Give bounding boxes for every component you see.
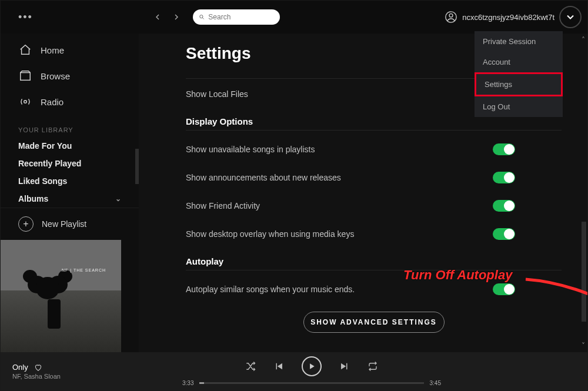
option-desktop-overlay: Show desktop overlay when using media ke… xyxy=(186,228,515,240)
show-advanced-settings-button[interactable]: SHOW ADVANCED SETTINGS xyxy=(303,312,445,333)
option-unavailable-songs: Show unavailable songs in playlists xyxy=(186,143,515,155)
toggle-friend-activity[interactable] xyxy=(493,200,515,212)
svg-line-1 xyxy=(202,18,203,19)
shuffle-button[interactable] xyxy=(245,361,256,372)
user-dropdown: Private Session Account Settings Log Out xyxy=(475,31,563,117)
time-total: 3:45 xyxy=(430,380,441,386)
radio-icon xyxy=(18,95,32,109)
previous-button[interactable] xyxy=(273,361,284,372)
library-recently-played[interactable]: Recently Played xyxy=(1,155,139,172)
chevron-down-icon: ⌄ xyxy=(115,195,121,203)
nav-forward-button[interactable] xyxy=(169,10,183,24)
dropdown-account[interactable]: Account xyxy=(475,52,563,72)
dropdown-private-session[interactable]: Private Session xyxy=(475,31,563,52)
plus-icon: + xyxy=(18,216,34,232)
sidebar-item-home[interactable]: Home xyxy=(18,39,139,61)
track-artist[interactable]: NF, Sasha Sloan xyxy=(12,373,130,380)
sidebar: Home Browse Radio YOUR LIBRARY Made For … xyxy=(1,34,139,352)
toggle-desktop-overlay[interactable] xyxy=(493,228,515,240)
annotation-label: Turn Off Autoplay xyxy=(403,268,512,283)
sidebar-item-browse[interactable]: Browse xyxy=(18,65,139,86)
sidebar-item-label: Radio xyxy=(41,97,64,107)
library-made-for-you[interactable]: Made For You xyxy=(1,137,139,155)
window-menu-icon[interactable]: ••• xyxy=(18,11,33,24)
username-label[interactable]: ncxc6tzgnsjyz94ivb82kwt7t xyxy=(462,13,554,22)
section-autoplay: Autoplay xyxy=(186,256,562,266)
dropdown-settings[interactable]: Settings xyxy=(475,72,563,96)
now-playing-album-art[interactable]: NF | THE SEARCH xyxy=(1,240,121,352)
search-box[interactable] xyxy=(193,9,280,25)
sidebar-item-label: Browse xyxy=(41,71,70,81)
next-button[interactable] xyxy=(339,361,350,372)
option-label: Autoplay similar songs when your music e… xyxy=(186,285,355,294)
browse-icon xyxy=(18,69,32,83)
sidebar-item-radio[interactable]: Radio xyxy=(18,91,139,112)
svg-point-5 xyxy=(24,101,27,103)
library-heading: YOUR LIBRARY xyxy=(1,118,139,137)
search-icon xyxy=(199,14,205,21)
option-announcements: Show announcements about new releases xyxy=(186,172,515,183)
home-icon xyxy=(18,43,32,57)
svg-rect-4 xyxy=(21,73,31,81)
progress-bar[interactable] xyxy=(199,382,423,384)
like-button[interactable] xyxy=(34,363,42,372)
option-friend-activity: Show Friend Activity xyxy=(186,200,515,212)
library-liked-songs[interactable]: Liked Songs xyxy=(1,172,139,190)
option-label: Show Friend Activity xyxy=(186,201,260,210)
user-avatar-icon[interactable] xyxy=(445,11,457,24)
play-button[interactable] xyxy=(302,356,322,376)
option-label: Show unavailable songs in playlists xyxy=(186,145,315,154)
top-bar: ••• ncxc6tzgnsjyz94ivb82kwt7t xyxy=(1,1,587,34)
user-menu-toggle[interactable] xyxy=(559,6,582,28)
toggle-announcements[interactable] xyxy=(493,172,515,183)
annotation-arrow-icon xyxy=(523,276,587,320)
now-playing-bar: Only NF, Sasha Sloan 3:33 3:45 xyxy=(1,352,587,390)
toggle-unavailable-songs[interactable] xyxy=(493,143,515,155)
sidebar-item-label: Home xyxy=(41,45,64,55)
toggle-autoplay[interactable] xyxy=(493,283,515,295)
app-window: ••• ncxc6tzgnsjyz94ivb82kwt7t Private Se… xyxy=(0,0,588,391)
library-albums[interactable]: Albums⌄ xyxy=(1,190,139,208)
option-label: Show desktop overlay when using media ke… xyxy=(186,229,354,239)
repeat-button[interactable] xyxy=(368,361,378,372)
track-title[interactable]: Only xyxy=(12,363,28,372)
dropdown-logout[interactable]: Log Out xyxy=(475,96,563,117)
time-elapsed: 3:33 xyxy=(182,380,193,386)
album-art-caption: NF | THE SEARCH xyxy=(62,268,106,272)
scroll-down-icon[interactable]: ˅ xyxy=(580,342,586,350)
svg-point-3 xyxy=(449,14,453,17)
scroll-up-icon[interactable]: ˄ xyxy=(580,36,586,44)
divider xyxy=(186,130,562,131)
chevron-down-icon xyxy=(564,11,576,23)
option-label: Show announcements about new releases xyxy=(186,173,341,182)
section-display-options: Display Options xyxy=(186,116,562,126)
new-playlist-label: New Playlist xyxy=(42,219,86,229)
option-autoplay: Autoplay similar songs when your music e… xyxy=(186,283,515,295)
new-playlist-button[interactable]: + New Playlist xyxy=(1,208,139,240)
search-input[interactable] xyxy=(208,13,274,21)
nav-back-button[interactable] xyxy=(151,10,165,24)
svg-point-0 xyxy=(200,15,203,18)
